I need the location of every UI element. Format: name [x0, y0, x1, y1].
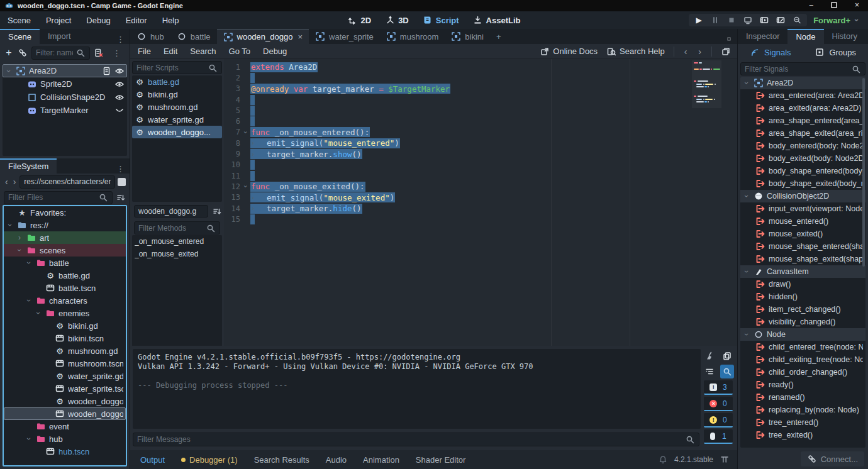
movie-writer-icon[interactable]: [776, 15, 786, 25]
online-docs-button[interactable]: Online Docs: [540, 47, 598, 57]
code-minimap[interactable]: [692, 60, 721, 108]
code-line-10[interactable]: 10: [224, 160, 737, 170]
scene-filter-field[interactable]: [31, 47, 90, 60]
tab-scene[interactable]: Scene: [0, 29, 40, 44]
code-line-14[interactable]: 14›target_marker.hide(): [224, 203, 737, 214]
subtab-groups[interactable]: Groups: [803, 47, 868, 57]
strings-filter-toggle[interactable]: 1: [704, 429, 733, 444]
renderer-selector[interactable]: Forward+ ›: [813, 16, 860, 25]
panel-icon[interactable]: [721, 47, 731, 57]
bottom-tab-search-results[interactable]: Search Results: [254, 455, 309, 465]
code-line-5[interactable]: 5: [224, 105, 737, 116]
file-item[interactable]: ›battle: [4, 257, 126, 269]
fold-arrow-icon[interactable]: ›: [242, 127, 249, 137]
eye-open-icon[interactable]: [114, 66, 125, 76]
scene-node-sprite2d[interactable]: Sprite2D: [3, 77, 127, 91]
code-line-7[interactable]: 7›func _on_mouse_entered():: [224, 127, 737, 138]
new-tab-button[interactable]: +: [490, 29, 508, 44]
expand-icon[interactable]: [727, 34, 737, 44]
more-options-icon[interactable]: ⋮: [111, 35, 130, 44]
script-menu-search[interactable]: Search: [190, 47, 216, 56]
scene-filter-input[interactable]: [36, 48, 73, 57]
file-item[interactable]: water_sprite.tscn: [4, 382, 126, 395]
stop-icon[interactable]: [726, 15, 737, 25]
script-filter-input[interactable]: [136, 63, 205, 72]
signal-item[interactable]: mouse_exited(): [740, 228, 865, 240]
code-line-2[interactable]: 2: [224, 72, 737, 83]
warnings-filter-toggle[interactable]: !0: [704, 413, 733, 428]
scene-tab-wooden_doggo[interactable]: wooden_doggo×: [217, 29, 309, 44]
code-line-11[interactable]: 11: [224, 170, 737, 181]
signal-item[interactable]: replacing_by(node: Node): [740, 404, 865, 416]
instance-scene-button[interactable]: [18, 48, 28, 58]
signal-item[interactable]: ready(): [740, 378, 865, 391]
file-item[interactable]: ⚙bikini.gd: [4, 319, 126, 332]
method-item-_on_mouse_exited[interactable]: _on_mouse_exited: [132, 248, 222, 260]
scene-tab-hub[interactable]: hub: [130, 29, 170, 44]
more-options-icon[interactable]: ⋮: [111, 164, 130, 174]
code-line-8[interactable]: 8›emit_signal("mouse_entered"): [224, 138, 737, 148]
update-spinner-icon[interactable]: [720, 455, 730, 465]
bottom-tab-animation[interactable]: Animation: [363, 455, 399, 465]
subtab-signals[interactable]: Signals: [738, 47, 803, 57]
close-icon[interactable]: ×: [298, 32, 303, 41]
signal-item[interactable]: child_entered_tree(node: No...: [740, 341, 865, 353]
file-item[interactable]: ›res://: [4, 219, 126, 231]
more-options-icon[interactable]: ⋮: [865, 35, 868, 44]
scene-node-collisionshape2d[interactable]: CollisionShape2D: [3, 91, 127, 104]
workspace-assetlib[interactable]: AssetLib: [473, 15, 521, 25]
path-input[interactable]: [24, 177, 111, 186]
sort-icon[interactable]: [116, 192, 126, 202]
code-line-1[interactable]: 1extends Area2D: [224, 62, 737, 72]
code-line-9[interactable]: 9›target_marker.show(): [224, 148, 737, 159]
workspace-script[interactable]: Script: [423, 15, 459, 25]
signal-item[interactable]: mouse_entered(): [740, 215, 865, 228]
search-help-button[interactable]: Search Help: [606, 47, 665, 57]
signal-category-collisionobject2d[interactable]: ›CollisionObject2D: [740, 190, 865, 202]
scene-tab-bikini[interactable]: bikini: [445, 29, 490, 44]
file-item[interactable]: ★Favorites:: [4, 206, 126, 219]
history-forward-button[interactable]: ›: [697, 47, 703, 57]
method-filter-input[interactable]: [138, 224, 203, 233]
workspace-2d[interactable]: 2D: [348, 15, 372, 25]
tab-history[interactable]: History: [824, 29, 865, 44]
play-icon[interactable]: ▶: [694, 15, 704, 25]
method-filter-field[interactable]: [134, 221, 220, 234]
message-filter-input[interactable]: [137, 435, 682, 444]
menu-scene[interactable]: Scene: [8, 16, 31, 25]
file-item[interactable]: ⚙battle.gd: [4, 269, 126, 282]
bottom-tab-audio[interactable]: Audio: [326, 455, 347, 465]
chevron-icon[interactable]: ›: [742, 192, 751, 200]
signal-item[interactable]: input_event(viewport: Node, ...: [740, 202, 865, 215]
script-item-water_spritegd[interactable]: ⚙water_sprite.gd: [132, 113, 222, 126]
script-item-battlegd[interactable]: ⚙battle.gd: [132, 75, 222, 88]
pause-icon[interactable]: [710, 15, 720, 25]
signal-item[interactable]: child_exiting_tree(node: Node): [740, 353, 865, 366]
tab-filesystem[interactable]: FileSystem: [0, 158, 57, 174]
connect-button[interactable]: Connect...: [801, 451, 864, 466]
signal-item[interactable]: body_entered(body: Node2D): [740, 140, 865, 152]
chevron-icon[interactable]: ›: [25, 259, 33, 267]
code-line-12[interactable]: 12›func _on_mouse_exited():: [224, 181, 737, 192]
chevron-icon[interactable]: ›: [25, 297, 33, 304]
signal-item[interactable]: draw(): [740, 278, 865, 290]
eye-open-icon[interactable]: [114, 79, 125, 89]
signal-item[interactable]: area_entered(area: Area2D): [740, 89, 865, 102]
detach-script-button[interactable]: [94, 48, 104, 58]
signal-item[interactable]: tree_exited(): [740, 429, 865, 441]
script-item-wooden_doggo[interactable]: ⚙wooden_doggo...: [132, 126, 222, 138]
script-item-mushroomgd[interactable]: ⚙mushroom.gd: [132, 101, 222, 113]
file-filter-input[interactable]: [8, 193, 96, 202]
script-menu-go-to[interactable]: Go To: [229, 47, 250, 56]
scene-tab-battle[interactable]: battle: [170, 29, 217, 44]
file-item[interactable]: ⚙wooden_doggo.gd: [4, 395, 126, 407]
code-line-4[interactable]: 4: [224, 94, 737, 105]
file-item[interactable]: hub.tscn: [4, 445, 126, 458]
workspace-3d[interactable]: 3D: [385, 15, 409, 25]
scene-node-area2d[interactable]: ›Area2D: [3, 64, 127, 77]
chevron-icon[interactable]: ›: [742, 268, 751, 275]
method-item-_on_mouse_entered[interactable]: _on_mouse_entered: [132, 235, 222, 248]
remote-debug-icon[interactable]: [743, 15, 753, 25]
chevron-icon[interactable]: ›: [16, 233, 23, 242]
nav-forward-button[interactable]: ›: [12, 177, 18, 187]
